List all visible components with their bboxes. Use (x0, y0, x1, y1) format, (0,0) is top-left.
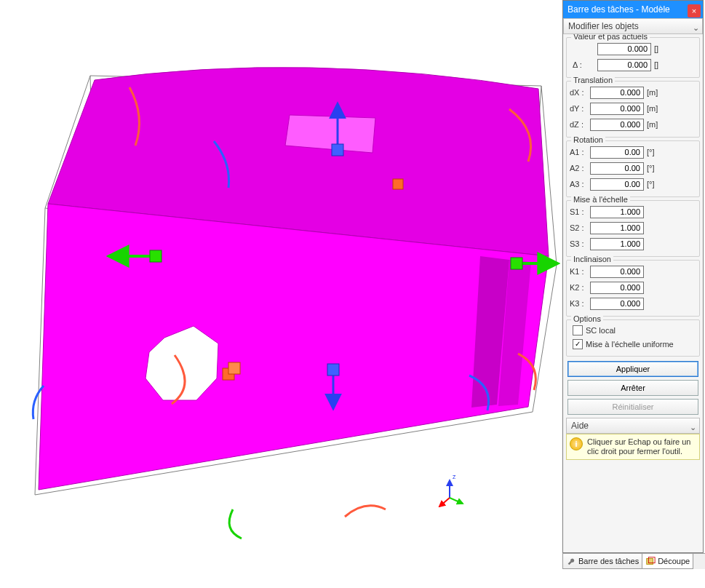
group-label: Valeur et pas actuels (571, 34, 650, 41)
svg-rect-1 (332, 144, 343, 156)
group-label: Inclinaison (571, 255, 613, 263)
svg-rect-15 (647, 559, 653, 565)
a1-input[interactable] (590, 146, 644, 159)
row-step: Δ : [] (570, 57, 696, 73)
k3-input[interactable] (590, 298, 644, 310)
tab-cut[interactable]: Découpe (642, 554, 693, 569)
svg-rect-2 (393, 179, 403, 189)
reset-button: Réinitialiser (567, 399, 698, 415)
help-text: Cliquer sur Echap ou faire un clic droit… (587, 437, 696, 456)
tab-label: Découpe (658, 557, 690, 565)
panel-body: Valeur et pas actuels [] Δ : [] Translat… (563, 34, 703, 552)
group-inclination: Inclinaison K1 : K2 : K3 : (566, 260, 700, 317)
s2-input[interactable] (590, 222, 644, 234)
option-label: SC local (586, 326, 616, 335)
group-label: Translation (571, 76, 615, 84)
dx-input[interactable] (590, 87, 644, 99)
wrench-icon (566, 556, 576, 566)
apply-button[interactable]: Appliquer (567, 361, 698, 377)
a3-input[interactable] (590, 178, 644, 191)
step-unit: [] (651, 60, 672, 69)
tab-taskbar[interactable]: Barre des tâches (562, 554, 642, 569)
svg-text:z: z (453, 473, 456, 480)
s3-input[interactable] (590, 238, 644, 250)
stop-button[interactable]: Arrêter (567, 380, 698, 396)
group-rotation: Rotation A1 : [°] A2 : [°] A3 : [°] (566, 140, 700, 197)
value-input[interactable] (597, 43, 651, 55)
section-toggle-label: Modifier les objets (568, 21, 639, 31)
svg-line-13 (450, 498, 463, 504)
section-toggle[interactable]: Modifier les objets ⌄ (563, 18, 703, 34)
group-scale: Mise à l'échelle S1 : S2 : S3 : (566, 200, 700, 257)
tab-label: Barre des tâches (578, 557, 639, 565)
cut-box-icon (645, 556, 656, 566)
checkbox-icon (573, 325, 583, 335)
help-header[interactable]: Aide ⌄ (566, 418, 700, 434)
svg-rect-6 (511, 258, 522, 269)
svg-rect-10 (327, 364, 339, 376)
svg-rect-8 (228, 362, 240, 374)
group-label: Rotation (571, 135, 605, 144)
delta-label: Δ : (573, 60, 587, 69)
option-label: Mise à l'échelle uniforme (586, 340, 674, 349)
group-label: Mise à l'échelle (571, 195, 630, 204)
panel-close-button[interactable]: × (688, 4, 701, 17)
group-options: Options SC local Mise à l'échelle unifor… (566, 319, 700, 357)
svg-line-12 (439, 498, 450, 506)
group-translation: Translation dX : [m] dY : [m] dZ : [m] (566, 81, 700, 138)
panel-titlebar[interactable]: Barre des tâches - Modèle × (563, 1, 703, 18)
value-unit: [] (651, 44, 672, 53)
option-uniform-scale[interactable]: Mise à l'échelle uniforme (570, 338, 696, 351)
chevron-down-icon: ⌄ (690, 420, 696, 434)
dz-input[interactable] (590, 119, 644, 131)
a2-input[interactable] (590, 162, 644, 175)
task-panel: Barre des tâches - Modèle × Modifier les… (562, 0, 704, 553)
help-header-label: Aide (571, 421, 589, 431)
viewport-3d[interactable]: z (0, 0, 562, 553)
k2-input[interactable] (590, 282, 644, 294)
step-input[interactable] (597, 59, 651, 71)
help-box: i Cliquer sur Echap ou faire un clic dro… (566, 434, 700, 460)
s1-input[interactable] (590, 206, 644, 218)
help-section: Aide ⌄ i Cliquer sur Echap ou faire un c… (563, 418, 703, 460)
bottom-tab-bar: Barre des tâches Découpe (562, 553, 705, 569)
svg-rect-4 (150, 250, 162, 262)
group-label: Options (571, 314, 603, 323)
option-sc-local[interactable]: SC local (570, 324, 696, 337)
row-value: [] (570, 41, 696, 57)
k1-input[interactable] (590, 266, 644, 278)
info-icon: i (570, 437, 583, 450)
checkbox-icon (573, 339, 583, 349)
group-value-step: Valeur et pas actuels [] Δ : [] (566, 37, 700, 78)
chevron-down-icon: ⌄ (693, 20, 699, 35)
dy-input[interactable] (590, 103, 644, 115)
panel-title-text: Barre des tâches - Modèle (567, 1, 670, 18)
close-icon: × (692, 2, 696, 20)
